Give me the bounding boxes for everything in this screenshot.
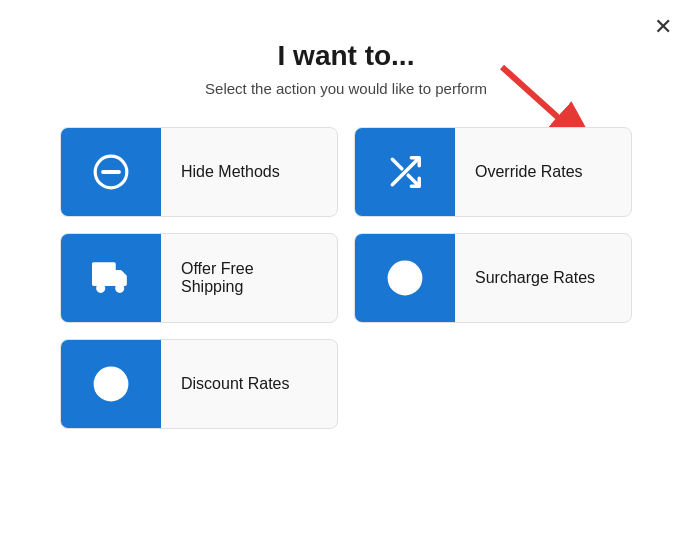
close-button[interactable]: ✕: [654, 16, 672, 38]
svg-point-5: [117, 285, 123, 291]
cards-grid-wrapper: Hide Methods Override Rates: [60, 127, 632, 429]
card-label-override-rates: Override Rates: [455, 163, 603, 181]
modal-subtitle: Select the action you would like to perf…: [60, 80, 632, 97]
card-discount-rates[interactable]: Discount Rates: [60, 339, 338, 429]
card-offer-free-shipping[interactable]: Offer Free Shipping: [60, 233, 338, 323]
card-label-discount-rates: Discount Rates: [161, 375, 310, 393]
card-label-hide-methods: Hide Methods: [161, 163, 300, 181]
modal: ✕ I want to... Select the action you wou…: [0, 0, 692, 536]
card-surcharge-rates[interactable]: Surcharge Rates: [354, 233, 632, 323]
card-icon-discount-rates: [61, 340, 161, 428]
card-hide-methods[interactable]: Hide Methods: [60, 127, 338, 217]
truck-icon: [92, 259, 130, 297]
shuffle-icon: [386, 153, 424, 191]
card-label-offer-free-shipping: Offer Free Shipping: [161, 260, 337, 296]
card-icon-override-rates: [355, 128, 455, 216]
card-icon-hide-methods: [61, 128, 161, 216]
minus-icon: [92, 153, 130, 191]
svg-point-4: [98, 285, 104, 291]
card-icon-surcharge-rates: [355, 234, 455, 322]
arrow-down-circle-icon: [92, 365, 130, 403]
card-icon-offer-free-shipping: [61, 234, 161, 322]
card-label-surcharge-rates: Surcharge Rates: [455, 269, 615, 287]
modal-title: I want to...: [60, 40, 632, 72]
cards-grid: Hide Methods Override Rates: [60, 127, 632, 429]
arrow-up-circle-icon: [386, 259, 424, 297]
card-override-rates[interactable]: Override Rates: [354, 127, 632, 217]
